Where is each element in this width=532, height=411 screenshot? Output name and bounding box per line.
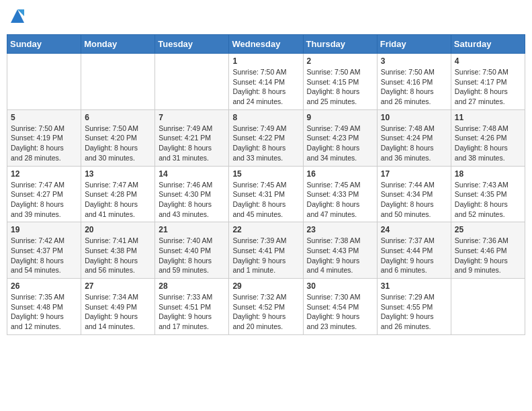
day-info: Sunrise: 7:30 AMSunset: 4:54 PMDaylight:… [307,292,373,332]
day-number: 22 [232,225,299,234]
calendar-day-cell: 13Sunrise: 7:47 AMSunset: 4:28 PMDayligh… [81,166,155,222]
day-info: Sunrise: 7:36 AMSunset: 4:46 PMDaylight:… [455,236,521,275]
day-number: 25 [455,225,521,234]
day-info: Sunrise: 7:34 AMSunset: 4:49 PMDaylight:… [85,292,151,332]
calendar-day-cell: 24Sunrise: 7:37 AMSunset: 4:44 PMDayligh… [377,222,451,279]
calendar-day-cell: 28Sunrise: 7:33 AMSunset: 4:51 PMDayligh… [155,279,229,335]
day-number: 1 [232,56,299,66]
calendar-header-row: Sunday Monday Tuesday Wednesday Thursday… [7,35,525,54]
day-number: 7 [159,113,225,122]
day-number: 28 [159,281,225,291]
day-info: Sunrise: 7:49 AMSunset: 4:22 PMDaylight:… [232,124,299,163]
calendar-day-cell: 25Sunrise: 7:36 AMSunset: 4:46 PMDayligh… [451,222,525,279]
calendar-day-cell: 15Sunrise: 7:45 AMSunset: 4:31 PMDayligh… [229,166,303,222]
day-info: Sunrise: 7:40 AMSunset: 4:40 PMDaylight:… [159,236,225,275]
calendar-week-row: 26Sunrise: 7:35 AMSunset: 4:48 PMDayligh… [7,279,525,335]
day-info: Sunrise: 7:39 AMSunset: 4:41 PMDaylight:… [232,236,299,275]
day-number: 3 [381,56,447,66]
calendar-day-cell: 20Sunrise: 7:41 AMSunset: 4:38 PMDayligh… [81,222,155,279]
day-info: Sunrise: 7:46 AMSunset: 4:30 PMDaylight:… [159,180,225,220]
day-number: 13 [85,169,151,179]
calendar-day-cell: 7Sunrise: 7:49 AMSunset: 4:21 PMDaylight… [155,109,229,166]
calendar-day-cell: 2Sunrise: 7:50 AMSunset: 4:15 PMDaylight… [303,54,377,110]
day-info: Sunrise: 7:43 AMSunset: 4:35 PMDaylight:… [455,180,521,220]
day-number: 30 [307,281,373,291]
day-number: 10 [381,113,447,122]
day-info: Sunrise: 7:50 AMSunset: 4:14 PMDaylight:… [232,67,299,107]
calendar-day-cell: 11Sunrise: 7:48 AMSunset: 4:26 PMDayligh… [451,109,525,166]
day-info: Sunrise: 7:50 AMSunset: 4:16 PMDaylight:… [381,67,447,107]
day-info: Sunrise: 7:32 AMSunset: 4:52 PMDaylight:… [232,292,299,332]
day-info: Sunrise: 7:50 AMSunset: 4:20 PMDaylight:… [85,124,151,163]
col-monday: Monday [81,35,155,54]
logo-icon [8,7,27,26]
calendar-day-cell: 8Sunrise: 7:49 AMSunset: 4:22 PMDaylight… [229,109,303,166]
day-info: Sunrise: 7:50 AMSunset: 4:17 PMDaylight:… [455,67,521,107]
day-info: Sunrise: 7:49 AMSunset: 4:21 PMDaylight:… [159,124,225,163]
calendar-day-cell: 1Sunrise: 7:50 AMSunset: 4:14 PMDaylight… [229,54,303,110]
day-info: Sunrise: 7:50 AMSunset: 4:15 PMDaylight:… [307,67,373,107]
day-number: 6 [85,113,151,122]
day-number: 9 [307,113,373,122]
col-sunday: Sunday [7,35,81,54]
col-friday: Friday [377,35,451,54]
calendar-day-cell [155,54,229,110]
day-number: 17 [381,169,447,179]
calendar-week-row: 12Sunrise: 7:47 AMSunset: 4:27 PMDayligh… [7,166,525,222]
day-number: 29 [232,281,299,291]
calendar-week-row: 1Sunrise: 7:50 AMSunset: 4:14 PMDaylight… [7,54,525,110]
day-info: Sunrise: 7:49 AMSunset: 4:23 PMDaylight:… [307,124,373,163]
day-info: Sunrise: 7:35 AMSunset: 4:48 PMDaylight:… [11,292,77,332]
day-number: 15 [232,169,299,179]
day-number: 5 [11,113,77,122]
calendar-day-cell [7,54,81,110]
day-info: Sunrise: 7:48 AMSunset: 4:26 PMDaylight:… [455,124,521,163]
calendar-day-cell: 22Sunrise: 7:39 AMSunset: 4:41 PMDayligh… [229,222,303,279]
day-info: Sunrise: 7:47 AMSunset: 4:27 PMDaylight:… [11,180,77,220]
col-thursday: Thursday [303,35,377,54]
calendar-day-cell [451,279,525,335]
day-info: Sunrise: 7:37 AMSunset: 4:44 PMDaylight:… [381,236,447,275]
day-number: 18 [455,169,521,179]
day-info: Sunrise: 7:47 AMSunset: 4:28 PMDaylight:… [85,180,151,220]
day-number: 27 [85,281,151,291]
calendar-day-cell: 3Sunrise: 7:50 AMSunset: 4:16 PMDaylight… [377,54,451,110]
day-number: 21 [159,225,225,234]
day-number: 8 [232,113,299,122]
calendar-day-cell: 29Sunrise: 7:32 AMSunset: 4:52 PMDayligh… [229,279,303,335]
col-saturday: Saturday [451,35,525,54]
day-info: Sunrise: 7:45 AMSunset: 4:31 PMDaylight:… [232,180,299,220]
calendar-day-cell [81,54,155,110]
day-info: Sunrise: 7:33 AMSunset: 4:51 PMDaylight:… [159,292,225,332]
day-number: 24 [381,225,447,234]
day-info: Sunrise: 7:41 AMSunset: 4:38 PMDaylight:… [85,236,151,275]
calendar-day-cell: 21Sunrise: 7:40 AMSunset: 4:40 PMDayligh… [155,222,229,279]
page-header [7,7,525,29]
day-info: Sunrise: 7:48 AMSunset: 4:24 PMDaylight:… [381,124,447,163]
col-wednesday: Wednesday [229,35,303,54]
logo [7,7,27,29]
day-number: 19 [11,225,77,234]
calendar-day-cell: 5Sunrise: 7:50 AMSunset: 4:19 PMDaylight… [7,109,81,166]
col-tuesday: Tuesday [155,35,229,54]
day-number: 11 [455,113,521,122]
calendar-day-cell: 27Sunrise: 7:34 AMSunset: 4:49 PMDayligh… [81,279,155,335]
calendar-day-cell: 6Sunrise: 7:50 AMSunset: 4:20 PMDaylight… [81,109,155,166]
day-info: Sunrise: 7:45 AMSunset: 4:33 PMDaylight:… [307,180,373,220]
calendar-week-row: 19Sunrise: 7:42 AMSunset: 4:37 PMDayligh… [7,222,525,279]
calendar-day-cell: 18Sunrise: 7:43 AMSunset: 4:35 PMDayligh… [451,166,525,222]
day-number: 12 [11,169,77,179]
calendar-day-cell: 9Sunrise: 7:49 AMSunset: 4:23 PMDaylight… [303,109,377,166]
calendar-day-cell: 26Sunrise: 7:35 AMSunset: 4:48 PMDayligh… [7,279,81,335]
day-info: Sunrise: 7:50 AMSunset: 4:19 PMDaylight:… [11,124,77,163]
day-number: 14 [159,169,225,179]
day-info: Sunrise: 7:42 AMSunset: 4:37 PMDaylight:… [11,236,77,275]
calendar-day-cell: 14Sunrise: 7:46 AMSunset: 4:30 PMDayligh… [155,166,229,222]
calendar-day-cell: 23Sunrise: 7:38 AMSunset: 4:43 PMDayligh… [303,222,377,279]
day-number: 23 [307,225,373,234]
calendar-day-cell: 12Sunrise: 7:47 AMSunset: 4:27 PMDayligh… [7,166,81,222]
calendar-day-cell: 4Sunrise: 7:50 AMSunset: 4:17 PMDaylight… [451,54,525,110]
calendar-day-cell: 31Sunrise: 7:29 AMSunset: 4:55 PMDayligh… [377,279,451,335]
calendar-day-cell: 16Sunrise: 7:45 AMSunset: 4:33 PMDayligh… [303,166,377,222]
day-number: 26 [11,281,77,291]
